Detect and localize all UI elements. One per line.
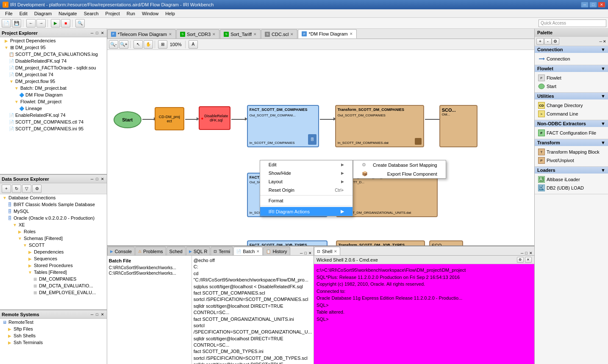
menu-item-run[interactable]: Run xyxy=(123,9,139,18)
transform-section-header[interactable]: Transform ▼ xyxy=(535,139,608,146)
tree-item-xe[interactable]: ▼ XE xyxy=(0,221,107,228)
sco-job-node[interactable]: SCO... OB_TY... xyxy=(429,240,463,245)
menu-item-diagram[interactable]: Diagram xyxy=(31,9,56,18)
tree-item-dm-employee[interactable]: ⊞ DM_EMPLOYEE_EVALU... xyxy=(0,289,107,296)
tree-item-birt[interactable]: 🗄 BIRT Classic Models Sample Database xyxy=(0,201,107,208)
maximize-bottom-btn[interactable]: □ xyxy=(305,251,307,255)
maximize-button[interactable]: □ xyxy=(589,2,597,8)
save-button[interactable]: 💾 xyxy=(12,19,21,28)
tree-item-tables[interactable]: ▼ Tables [Filtered] xyxy=(0,269,107,276)
tree-item-companies-ini[interactable]: 📄 SCOTT_DM_COMPANIES.ini 95 xyxy=(0,125,107,132)
tab-shell[interactable]: ⊡ Shell ✕ xyxy=(314,247,340,255)
palette-transform-mapping-item[interactable]: T Transform Mapping Block xyxy=(536,148,606,156)
tree-item-lineage[interactable]: 🔷 Lineage xyxy=(0,105,107,112)
connection-section-header[interactable]: Connection ▼ xyxy=(535,46,608,53)
tree-item-sequences[interactable]: ▶ Sequences xyxy=(0,255,107,262)
tab-telecom-close[interactable]: ✕ xyxy=(169,32,172,36)
batch-file-1[interactable]: C:\IRI\CoSort95\workbench\works... xyxy=(109,265,190,270)
transform-job-types-node[interactable]: Transform_SCOTT_DM_JOB_TYPES Out_SCOTT_D… xyxy=(336,240,425,245)
tab-telecom-flow[interactable]: F *Telecom Flow Diagram ✕ xyxy=(107,29,176,39)
close-button[interactable]: ✕ xyxy=(598,2,605,8)
ctx-edit[interactable]: Edit▶ xyxy=(260,160,353,169)
minimize-button[interactable]: ─ xyxy=(581,2,589,8)
menu-item-file[interactable]: File xyxy=(2,9,16,18)
tab-cdc-close[interactable]: ✕ xyxy=(290,32,294,36)
shell-tool-1[interactable]: ⚙ xyxy=(517,257,524,263)
ctx-iri-actions[interactable]: IRI Diagram Actions▶ xyxy=(260,207,353,216)
titlebar-controls[interactable]: ─ □ ✕ xyxy=(581,2,605,8)
palette-zoom-out[interactable]: - xyxy=(544,38,552,45)
flowlet-section-header[interactable]: Flowlet ▼ xyxy=(535,65,608,72)
tree-item-dm-flow[interactable]: ▼ DM_project.flow 95 xyxy=(0,78,107,85)
close-shell-btn[interactable]: ✕ xyxy=(529,251,533,255)
tree-item-db-conns[interactable]: ▼ Database Connections xyxy=(0,194,107,201)
tree-item-remote-test[interactable]: 🖥 RemoteTest xyxy=(0,319,107,325)
ctx-reset-origin[interactable]: Reset OriginCtrl+ xyxy=(260,186,353,194)
tree-item-dm-bat[interactable]: 📄 DM_project.bat 74 xyxy=(0,71,107,78)
palette-db2-item[interactable]: DB DB2 (UDB) LOAD xyxy=(536,184,606,192)
palette-settings[interactable]: ⚙ xyxy=(552,38,559,45)
ctx-format[interactable]: Format xyxy=(260,196,353,205)
tree-item-ssh-shells[interactable]: ▶ Ssh Shells xyxy=(0,332,107,339)
ctx-show-hide[interactable]: Show/Hide▶ xyxy=(260,169,353,177)
fact-job-types-node[interactable]: FACT_SCOTT_DM_JOB_TYPES Out_SCOTT_DM_JOB… xyxy=(247,240,328,245)
tree-item-stored-procs[interactable]: ▶ Stored Procedures xyxy=(0,262,107,269)
shell-terminal[interactable]: c:\>C:\IRI\CoSort95\workbench\workspace\… xyxy=(314,264,534,364)
new-button[interactable]: 📄 xyxy=(2,19,11,28)
close-bottom-btn[interactable]: ✕ xyxy=(308,251,312,255)
tab-dm-flow-close[interactable]: ✕ xyxy=(350,32,353,36)
tree-item-dm-flow-diagram[interactable]: 🔷 DM Flow Diagram xyxy=(0,91,107,98)
tree-item-dm-project[interactable]: ▼ ⊞ DM_project 95 xyxy=(0,44,107,51)
tab-sort-tariff[interactable]: S Sort_Tariff ✕ xyxy=(220,29,261,39)
back-button[interactable]: ← xyxy=(26,19,36,28)
tab-sort-cdr3[interactable]: S Sort_CDR3 ✕ xyxy=(176,29,219,39)
refresh-ds-button[interactable]: ↻ xyxy=(12,185,21,193)
close-palette-btn[interactable]: ✕ xyxy=(603,39,606,44)
menu-item-project[interactable]: Project xyxy=(102,9,123,18)
transform-companies-node[interactable]: Transform_SCOTT_DM_COMPANIES Out_SCOTT_D… xyxy=(335,105,424,147)
tab-sqlr[interactable]: ▶ SQL R xyxy=(186,247,211,255)
select-button[interactable]: ↖ xyxy=(133,40,143,49)
palette-fact-item[interactable]: F FACT Configuration File xyxy=(536,129,606,137)
tree-item-oracle[interactable]: 🗄 Oracle (Oracle v.0.2.0.2.0 - Productio… xyxy=(0,215,107,221)
tree-item-roles[interactable]: ▶ Roles xyxy=(0,228,107,235)
tree-item-evaluations-log[interactable]: 📋 SCOTT_DM_DCTA_EVALUATIONS.log xyxy=(0,51,107,58)
batch-file-2[interactable]: C:\IRI\CoSort95\workbench\works... xyxy=(109,270,190,276)
new-conn-button[interactable]: + xyxy=(2,185,11,193)
quick-access-search[interactable]: Quick Access xyxy=(539,19,606,27)
minimize-panel-button[interactable]: ─ xyxy=(90,31,94,35)
palette-connection-item[interactable]: Connection xyxy=(536,55,606,63)
props-ds-button[interactable]: ⚙ xyxy=(32,185,42,193)
project-explorer-controls[interactable]: ─ □ ✕ xyxy=(90,31,105,35)
maximize-rs-button[interactable]: □ xyxy=(95,312,99,317)
palette-zoom-in[interactable]: + xyxy=(536,38,544,45)
minimize-shell-btn[interactable]: ─ xyxy=(521,251,523,255)
close-rs-button[interactable]: ✕ xyxy=(100,312,105,317)
sco-node[interactable]: SCO... OM... xyxy=(439,105,478,147)
tab-sort-cdr3-close[interactable]: ✕ xyxy=(212,32,216,36)
tree-item-mysql[interactable]: 🗄 MySQL xyxy=(0,208,107,215)
filter-ds-button[interactable]: ▽ xyxy=(22,185,31,193)
batch-tab-close[interactable]: ✕ xyxy=(256,249,260,254)
tab-batch[interactable]: 📄 Batch ✕ xyxy=(233,247,263,255)
tree-item-companies-ctl[interactable]: 📄 SCOTT_DM_COMPANIES.ctl 74 xyxy=(0,119,107,125)
close-panel-button[interactable]: ✕ xyxy=(100,31,105,35)
ctx-export-flow[interactable]: 📦 Export Flow Component xyxy=(353,169,446,178)
stop-button[interactable]: ■ xyxy=(61,19,70,28)
tree-item-flowlet[interactable]: ▼ Flowlet: DM_project xyxy=(0,98,107,105)
maximize-ds-button[interactable]: □ xyxy=(95,177,99,181)
disable-relate-node[interactable]: ●DisableRelatedFK.sql xyxy=(199,106,230,130)
tree-item-dependencies[interactable]: ▶ Dependencies xyxy=(0,248,107,255)
tab-cdc[interactable]: S CDC.scl ✕ xyxy=(261,29,297,39)
palette-flowlet-item[interactable]: F Flowlet xyxy=(536,74,606,82)
close-ds-button[interactable]: ✕ xyxy=(100,177,105,181)
tab-console[interactable]: ▶ Console xyxy=(107,247,135,255)
menu-item-search[interactable]: Search xyxy=(81,9,102,18)
palette-pivot-item[interactable]: P Pivot/Unpivot xyxy=(536,156,606,165)
tree-item-ssh-terminals[interactable]: ▶ Ssh Terminals xyxy=(0,339,107,346)
fact-companies-node[interactable]: FACT_SCOTT_DM_COMPANIES Out_SCOTT_DM_COM… xyxy=(247,105,319,147)
menu-item-help[interactable]: Help xyxy=(162,9,178,18)
ctx-create-db-sort[interactable]: ⚙ Create Database Sort Mapping xyxy=(353,160,446,169)
palette-cmdline-item[interactable]: > Command Line xyxy=(536,110,606,118)
align-button[interactable]: A xyxy=(189,40,198,49)
